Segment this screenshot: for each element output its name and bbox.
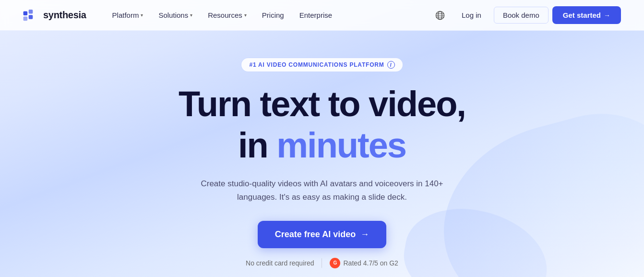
nav-item-solutions[interactable]: Solutions ▾ bbox=[152, 7, 199, 23]
svg-rect-0 bbox=[24, 11, 28, 15]
hero-section: #1 AI VIDEO COMMUNICATIONS PLATFORM i Tu… bbox=[0, 31, 644, 277]
svg-rect-2 bbox=[24, 16, 28, 21]
nav-items: Platform ▾ Solutions ▾ Resources ▾ Prici… bbox=[106, 7, 339, 23]
nav-item-enterprise[interactable]: Enterprise bbox=[293, 7, 339, 23]
navbar-left: synthesia Platform ▾ Solutions ▾ Resourc… bbox=[23, 7, 339, 23]
hero-badge: #1 AI VIDEO COMMUNICATIONS PLATFORM i bbox=[241, 58, 403, 72]
arrow-icon: → bbox=[360, 229, 369, 240]
nav-item-platform[interactable]: Platform ▾ bbox=[106, 7, 150, 23]
info-icon[interactable]: i bbox=[387, 61, 395, 69]
globe-icon bbox=[435, 11, 445, 20]
divider bbox=[322, 258, 322, 268]
logo-text: synthesia bbox=[43, 10, 86, 21]
nav-item-resources[interactable]: Resources ▾ bbox=[201, 7, 253, 23]
navbar-right: Log in Book demo Get started → bbox=[431, 6, 621, 24]
page-wrapper: synthesia Platform ▾ Solutions ▾ Resourc… bbox=[0, 0, 644, 277]
hero-headline-line2: in minutes bbox=[238, 127, 406, 164]
chevron-down-icon: ▾ bbox=[141, 12, 143, 18]
chevron-down-icon: ▾ bbox=[244, 12, 247, 18]
logo[interactable]: synthesia bbox=[23, 10, 86, 21]
nav-item-pricing[interactable]: Pricing bbox=[255, 7, 291, 23]
social-proof: No credit card required G Rated 4.7/5 on… bbox=[246, 258, 398, 268]
cta-button[interactable]: Create free AI video → bbox=[258, 221, 386, 248]
get-started-button[interactable]: Get started → bbox=[552, 6, 621, 24]
arrow-icon: → bbox=[604, 12, 610, 19]
navbar: synthesia Platform ▾ Solutions ▾ Resourc… bbox=[0, 0, 644, 31]
book-demo-button[interactable]: Book demo bbox=[494, 7, 549, 24]
svg-rect-3 bbox=[29, 15, 33, 19]
hero-headline-line1: Turn text to video, bbox=[179, 85, 465, 123]
g2-rating-text: Rated 4.7/5 on G2 bbox=[343, 259, 398, 267]
g2-badge: G Rated 4.7/5 on G2 bbox=[330, 258, 398, 268]
language-selector[interactable] bbox=[431, 6, 449, 24]
svg-rect-1 bbox=[29, 10, 33, 14]
g2-logo: G bbox=[330, 258, 340, 268]
login-button[interactable]: Log in bbox=[453, 7, 490, 23]
logo-icon bbox=[23, 10, 38, 21]
hero-subtext: Create studio-quality videos with AI ava… bbox=[188, 177, 456, 203]
no-credit-card-text: No credit card required bbox=[246, 259, 314, 267]
chevron-down-icon: ▾ bbox=[190, 12, 192, 18]
